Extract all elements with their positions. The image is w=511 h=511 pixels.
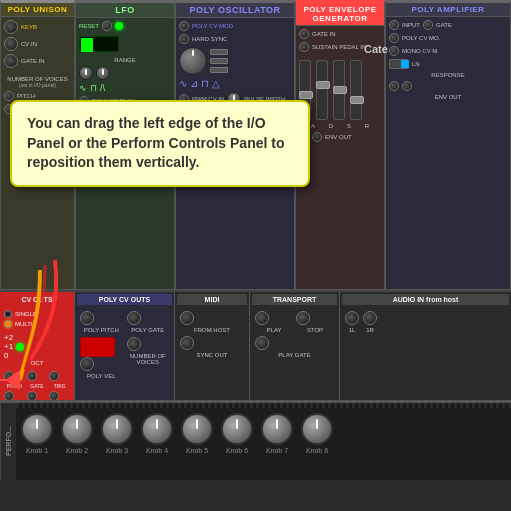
- decay-fader[interactable]: [316, 60, 328, 120]
- perform-knob-2[interactable]: [61, 413, 93, 445]
- amp-poly-cv-jack[interactable]: [389, 33, 399, 43]
- lfo-square-sym: ⊓: [90, 83, 97, 93]
- oct-section: +2 +1 0 OCT: [4, 333, 70, 366]
- reset-jack[interactable]: [102, 21, 112, 31]
- cv-section-header: CV OUTS: [2, 294, 72, 305]
- env-out-2[interactable]: [312, 132, 322, 142]
- audio-in-body: 1L 1R: [342, 308, 509, 336]
- audio-in-label-2: 1R: [363, 327, 377, 333]
- stop-jack[interactable]: [296, 311, 310, 325]
- keyb-cv-jack[interactable]: [4, 20, 18, 34]
- sustain-thumb[interactable]: [333, 86, 347, 94]
- pitch-out-label: PITCH: [4, 383, 25, 389]
- sync-out-label: SYNC OUT: [180, 352, 244, 358]
- from-host-jack[interactable]: [180, 311, 194, 325]
- hard-sync-jack[interactable]: [179, 34, 189, 44]
- amp-mono-cv-jack[interactable]: [389, 46, 399, 56]
- osc-freq-knob[interactable]: [179, 47, 207, 75]
- keyb-label: KEYB: [21, 24, 37, 30]
- gate-out-jack[interactable]: [27, 371, 37, 381]
- pitch-jack[interactable]: [4, 91, 14, 101]
- perform-knob-7-group: Knob 7: [261, 413, 293, 454]
- perform-knob-2-label: Knob 2: [66, 447, 88, 454]
- release-fader[interactable]: [350, 60, 362, 120]
- cv-in-jack[interactable]: [4, 37, 18, 51]
- set-in-io-label: (set in I/O panel): [4, 82, 71, 88]
- poly-gate-label: POLY GATE: [127, 327, 170, 333]
- decay-thumb[interactable]: [316, 81, 330, 89]
- osc-shape-1[interactable]: [210, 49, 228, 55]
- env-sustain-jack[interactable]: [299, 42, 309, 52]
- poly-unison-header: POLY UNISON: [1, 3, 74, 17]
- lfo-display-bar: [81, 38, 93, 52]
- play-jack[interactable]: [255, 311, 269, 325]
- poly-vel-jack[interactable]: [80, 357, 94, 371]
- lfo-shape-row: ∿ ⊓ /\: [79, 83, 171, 93]
- lfo-depth-knob[interactable]: [96, 66, 110, 80]
- transport-header: TRANSPORT: [252, 294, 337, 305]
- poly-pitch-col: POLY PITCH: [80, 311, 123, 333]
- attack-thumb[interactable]: [299, 91, 313, 99]
- play-gate-jack[interactable]: [255, 336, 269, 350]
- sustain-label: S: [347, 123, 351, 129]
- amp-gate-jack[interactable]: [423, 20, 433, 30]
- perform-side-label: PERFO...: [0, 403, 16, 480]
- oct-low-row: 0: [4, 351, 70, 360]
- trig-out-jack[interactable]: [49, 371, 59, 381]
- poly-pitch-jack[interactable]: [80, 311, 94, 325]
- cv-section: CV OUTS SINGLE MULTI +2 +1: [0, 292, 75, 400]
- env-gate-in-label: GATE IN: [312, 31, 336, 37]
- env-out-row: ENV OUT: [299, 132, 381, 142]
- oct-minus: 0: [4, 351, 8, 360]
- amp-input-jack[interactable]: [389, 20, 399, 30]
- perform-knob-8[interactable]: [301, 413, 333, 445]
- perform-panel: PERFO... Knob 1 Knob 2 Knob 3: [0, 400, 511, 480]
- poly-amp-header: POLY AMPLIFIER: [386, 3, 510, 17]
- perform-knob-4-label: Knob 4: [146, 447, 168, 454]
- num-voices-jack[interactable]: [127, 337, 141, 351]
- amp-inv-out-jack[interactable]: [389, 81, 399, 91]
- sync-out-jack[interactable]: [180, 336, 194, 350]
- perform-knobs-row: Knob 1 Knob 2 Knob 3 Knob 4: [16, 408, 511, 459]
- perform-knob-7[interactable]: [261, 413, 293, 445]
- lfo-rate-knob[interactable]: [79, 66, 93, 80]
- release-thumb[interactable]: [350, 96, 364, 104]
- hard-sync-label: HARD SYNC: [192, 36, 227, 42]
- amp-env-out-jack[interactable]: [402, 81, 412, 91]
- perform-knob-6[interactable]: [221, 413, 253, 445]
- perform-knob-5[interactable]: [181, 413, 213, 445]
- range-label: RANGE: [79, 57, 171, 63]
- pitch-gate-trig-row: PITCH GATE TRIG: [4, 371, 70, 389]
- single-radio[interactable]: [4, 310, 12, 318]
- display-inner: [81, 338, 114, 356]
- perform-knob-1-group: Knob 1: [21, 413, 53, 454]
- poly-gate-jack[interactable]: [127, 311, 141, 325]
- poly-cv-grid: POLY PITCH POLY GATE POLY VEL NUMBER: [77, 308, 172, 382]
- sustain-fader[interactable]: [333, 60, 345, 120]
- pitch-out-jack[interactable]: [4, 371, 14, 381]
- osc-sq-sym: ⊓: [201, 78, 209, 89]
- perform-knob-3[interactable]: [101, 413, 133, 445]
- lfo-wave-sym: ∿: [79, 83, 87, 93]
- osc-tri-sym: △: [212, 78, 220, 89]
- amp-toggle[interactable]: [389, 59, 409, 69]
- poly-cv-mod-jack[interactable]: [179, 21, 189, 31]
- keyb-row: KEYB: [4, 20, 71, 34]
- osc-shape-2[interactable]: [210, 58, 228, 64]
- perform-knob-1[interactable]: [21, 413, 53, 445]
- perform-knob-3-group: Knob 3: [101, 413, 133, 454]
- amp-gate-label: GATE: [436, 22, 452, 28]
- perform-knob-4[interactable]: [141, 413, 173, 445]
- oct-zero: +1: [4, 342, 13, 351]
- gate-in-jack[interactable]: [4, 54, 18, 68]
- lfo-led: [115, 22, 123, 30]
- perform-knob-5-label: Knob 5: [186, 447, 208, 454]
- single-row: SINGLE: [4, 310, 70, 318]
- poly-vel-label: POLY VEL: [80, 373, 123, 379]
- perform-knob-8-label: Knob 8: [306, 447, 328, 454]
- multi-radio[interactable]: [4, 320, 12, 328]
- env-gate-in-jack[interactable]: [299, 29, 309, 39]
- osc-shape-3[interactable]: [210, 67, 228, 73]
- audio-in-jack-1[interactable]: [345, 311, 359, 325]
- audio-in-jack-2[interactable]: [363, 311, 377, 325]
